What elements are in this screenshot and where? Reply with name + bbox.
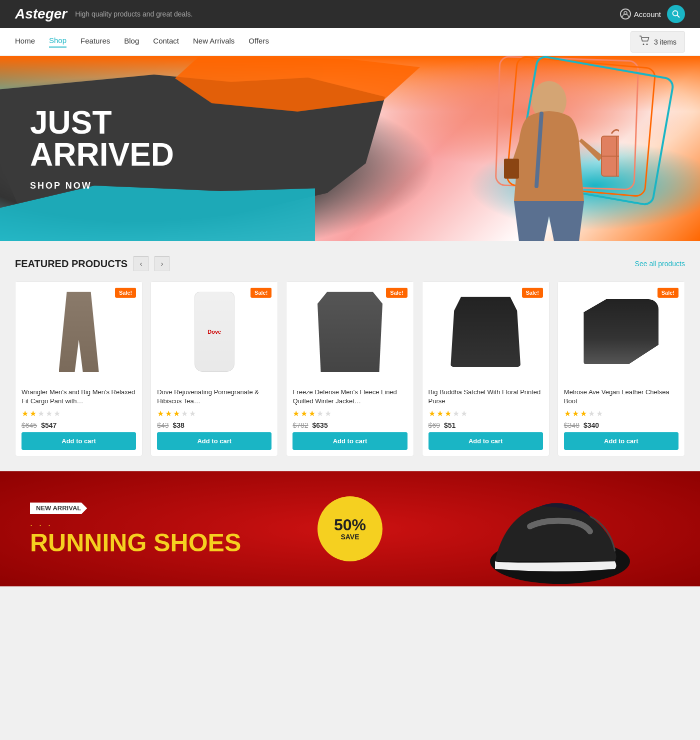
hero-content: Just ARRIVED SHOP NOW <box>0 107 204 191</box>
svg-point-4 <box>646 44 648 45</box>
star-5-4: ★ <box>460 409 468 418</box>
nav-link-home[interactable]: Home <box>15 37 35 47</box>
logo[interactable]: Asteger <box>15 6 67 22</box>
price-new-5: $340 <box>584 421 599 429</box>
price-new-3: $635 <box>312 421 328 429</box>
sale-badge-2: Sale! <box>250 288 272 298</box>
product-image-wrap-2: Sale! Dove <box>151 282 278 382</box>
search-button[interactable] <box>667 5 685 23</box>
header-left: Asteger High quality products and great … <box>15 6 192 22</box>
account-button[interactable]: Account <box>620 9 661 20</box>
price-row-3: $782 $635 <box>292 421 407 429</box>
product-info-4: Big Buddha Satchel With Floral Printed P… <box>422 382 549 456</box>
person-svg <box>479 61 619 241</box>
main-nav: Home Shop Features Blog Contact New Arri… <box>0 28 700 56</box>
nav-link-features[interactable]: Features <box>80 37 110 47</box>
product-name-1: Wrangler Men's and Big Men's Relaxed Fit… <box>22 388 136 406</box>
star-1-3: ★ <box>292 409 300 418</box>
sale-badge-3: Sale! <box>386 288 407 298</box>
nav-links: Home Shop Features Blog Contact New Arri… <box>15 36 269 48</box>
see-all-link[interactable]: See all products <box>635 260 685 268</box>
bottom-banner: NEW ARRIVAL · · · RUNNING SHOES 50% SAVE <box>0 471 700 586</box>
star-3-5: ★ <box>580 409 587 418</box>
nav-link-shop[interactable]: Shop <box>49 36 66 48</box>
svg-point-3 <box>642 44 644 45</box>
featured-section: FEATURED PRODUCTS ‹ › See all products S… <box>0 241 700 466</box>
site-header: Asteger High quality products and great … <box>0 0 700 28</box>
svg-rect-9 <box>504 159 519 179</box>
featured-title: FEATURED PRODUCTS <box>15 258 128 270</box>
price-new-4: $51 <box>444 421 456 429</box>
star-1-4: ★ <box>428 409 436 418</box>
nav-link-blog[interactable]: Blog <box>124 37 139 47</box>
star-5-5: ★ <box>596 409 603 418</box>
product-image-wrap-5: Sale! <box>558 282 684 382</box>
banner-discount-save: SAVE <box>340 533 359 541</box>
sale-badge-1: Sale! <box>115 288 136 298</box>
product-stars-2: ★ ★ ★ ★ ★ <box>157 409 272 418</box>
banner-discount-percent: 50% <box>334 517 366 533</box>
product-card-1: Sale! Wrangler Men's and Big Men's Relax… <box>15 281 142 456</box>
banner-title: RUNNING SHOES <box>30 530 241 555</box>
hero-cta[interactable]: SHOP NOW <box>30 181 174 191</box>
nav-link-contact[interactable]: Contact <box>153 37 179 47</box>
price-row-4: $69 $51 <box>428 421 543 429</box>
star-1-2: ★ <box>157 409 164 418</box>
add-to-cart-button-4[interactable]: Add to cart <box>428 432 543 450</box>
price-old-3: $782 <box>292 421 308 429</box>
price-row-5: $348 $340 <box>564 421 678 429</box>
product-info-3: Freeze Defense Men's Fleece Lined Quilte… <box>286 382 413 456</box>
banner-content: NEW ARRIVAL · · · RUNNING SHOES <box>30 502 241 555</box>
star-3-3: ★ <box>308 409 316 418</box>
account-label: Account <box>634 10 661 19</box>
price-new-2: $38 <box>173 421 184 429</box>
star-1-5: ★ <box>564 409 571 418</box>
product-stars-1: ★ ★ ★ ★ ★ <box>22 409 136 418</box>
price-new-1: $547 <box>41 421 56 429</box>
nav-link-new-arrivals[interactable]: New Arrivals <box>193 37 234 47</box>
product-card-4: Sale! Big Buddha Satchel With Floral Pri… <box>422 281 550 456</box>
search-icon <box>672 10 680 18</box>
product-name-3: Freeze Defense Men's Fleece Lined Quilte… <box>292 388 407 406</box>
price-old-5: $348 <box>564 421 580 429</box>
add-to-cart-button-3[interactable]: Add to cart <box>292 432 407 450</box>
hero-banner: Just ARRIVED SHOP NOW <box>0 56 700 241</box>
product-info-2: Dove Rejuvenating Pomegranate & Hibiscus… <box>151 382 278 456</box>
product-image-5 <box>584 299 658 364</box>
star-2-5: ★ <box>572 409 579 418</box>
hero-title-line2: ARRIVED <box>30 137 174 173</box>
nav-link-offers[interactable]: Offers <box>248 37 269 47</box>
add-to-cart-button-2[interactable]: Add to cart <box>157 432 272 450</box>
featured-prev-button[interactable]: ‹ <box>134 256 148 271</box>
product-name-2: Dove Rejuvenating Pomegranate & Hibiscus… <box>157 388 272 406</box>
product-image-4 <box>450 297 520 367</box>
star-3: ★ <box>38 409 44 418</box>
product-stars-3: ★ ★ ★ ★ ★ <box>292 409 407 418</box>
star-4-4: ★ <box>452 409 460 418</box>
product-image-1 <box>59 292 99 372</box>
product-stars-4: ★ ★ ★ ★ ★ <box>428 409 543 418</box>
add-to-cart-button-5[interactable]: Add to cart <box>564 432 678 450</box>
tagline: High quality products and great deals. <box>75 10 192 18</box>
star-4-3: ★ <box>316 409 324 418</box>
add-to-cart-button-1[interactable]: Add to cart <box>22 432 136 450</box>
sale-badge-5: Sale! <box>658 288 678 298</box>
cart-count: 3 items <box>654 38 676 46</box>
product-image-wrap-3: Sale! <box>286 282 413 382</box>
featured-left: FEATURED PRODUCTS ‹ › <box>15 256 170 271</box>
star-2: ★ <box>30 409 36 418</box>
cart-icon <box>639 36 650 48</box>
featured-next-button[interactable]: › <box>154 256 170 271</box>
banner-discount-circle: 50% SAVE <box>318 496 382 561</box>
star-2-4: ★ <box>436 409 444 418</box>
star-5: ★ <box>54 409 60 418</box>
product-card-3: Sale! Freeze Defense Men's Fleece Lined … <box>286 281 414 456</box>
price-row-2: $43 $38 <box>157 421 272 429</box>
star-4-5: ★ <box>588 409 595 418</box>
hero-title-line1: Just <box>30 105 112 141</box>
product-name-5: Melrose Ave Vegan Leather Chelsea Boot <box>564 388 678 406</box>
hero-title: Just ARRIVED <box>30 107 174 171</box>
price-old-4: $69 <box>428 421 440 429</box>
cart-button[interactable]: 3 items <box>630 31 685 53</box>
star-2-3: ★ <box>300 409 308 418</box>
